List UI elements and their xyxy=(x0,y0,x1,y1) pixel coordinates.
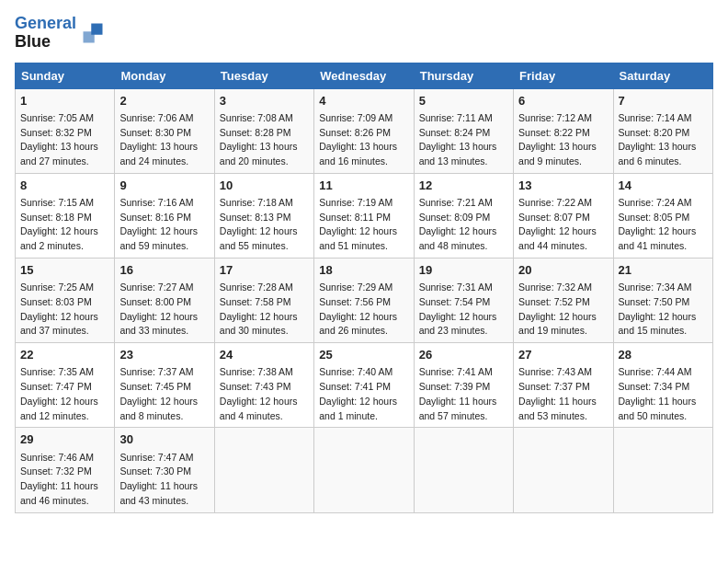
day-detail: Sunrise: 7:46 AMSunset: 7:32 PMDaylight:… xyxy=(20,452,98,506)
day-detail: Sunrise: 7:14 AMSunset: 8:20 PMDaylight:… xyxy=(619,112,697,167)
calendar-cell: 25Sunrise: 7:40 AMSunset: 7:41 PMDayligh… xyxy=(314,343,414,428)
calendar-cell: 2Sunrise: 7:06 AMSunset: 8:30 PMDaylight… xyxy=(115,88,214,173)
day-number: 9 xyxy=(119,178,209,194)
calendar-table: SundayMondayTuesdayWednesdayThursdayFrid… xyxy=(15,63,713,513)
day-detail: Sunrise: 7:11 AMSunset: 8:24 PMDaylight:… xyxy=(419,112,497,167)
weekday-header-monday: Monday xyxy=(115,63,214,88)
day-detail: Sunrise: 7:16 AMSunset: 8:16 PMDaylight:… xyxy=(119,197,198,251)
calendar-cell: 27Sunrise: 7:43 AMSunset: 7:37 PMDayligh… xyxy=(514,343,613,428)
day-detail: Sunrise: 7:12 AMSunset: 8:22 PMDaylight:… xyxy=(518,112,597,167)
day-detail: Sunrise: 7:24 AMSunset: 8:05 PMDaylight:… xyxy=(619,197,697,251)
calendar-cell: 29Sunrise: 7:46 AMSunset: 7:32 PMDayligh… xyxy=(16,428,115,512)
day-number: 2 xyxy=(119,93,209,109)
day-number: 22 xyxy=(20,347,109,363)
calendar-cell: 7Sunrise: 7:14 AMSunset: 8:20 PMDaylight… xyxy=(613,88,712,173)
day-detail: Sunrise: 7:47 AMSunset: 7:30 PMDaylight:… xyxy=(119,452,198,506)
calendar-cell xyxy=(214,428,313,512)
day-detail: Sunrise: 7:32 AMSunset: 7:52 PMDaylight:… xyxy=(518,282,597,336)
day-detail: Sunrise: 7:29 AMSunset: 7:56 PMDaylight:… xyxy=(319,282,397,336)
calendar-cell: 3Sunrise: 7:08 AMSunset: 8:28 PMDaylight… xyxy=(214,88,313,173)
calendar-cell: 8Sunrise: 7:15 AMSunset: 8:18 PMDaylight… xyxy=(16,173,115,258)
day-detail: Sunrise: 7:27 AMSunset: 8:00 PMDaylight:… xyxy=(119,282,198,336)
calendar-cell: 5Sunrise: 7:11 AMSunset: 8:24 PMDaylight… xyxy=(414,88,513,173)
weekday-header-friday: Friday xyxy=(514,63,613,88)
day-number: 7 xyxy=(619,93,708,109)
calendar-cell: 14Sunrise: 7:24 AMSunset: 8:05 PMDayligh… xyxy=(613,173,712,258)
day-number: 10 xyxy=(220,178,309,194)
weekday-header-wednesday: Wednesday xyxy=(314,63,414,88)
day-detail: Sunrise: 7:40 AMSunset: 7:41 PMDaylight:… xyxy=(319,366,397,420)
calendar-cell: 16Sunrise: 7:27 AMSunset: 8:00 PMDayligh… xyxy=(115,258,214,342)
day-detail: Sunrise: 7:44 AMSunset: 7:34 PMDaylight:… xyxy=(619,366,697,420)
calendar-cell: 10Sunrise: 7:18 AMSunset: 8:13 PMDayligh… xyxy=(214,173,313,258)
day-number: 11 xyxy=(319,178,408,194)
day-number: 6 xyxy=(518,93,608,109)
day-number: 28 xyxy=(619,347,708,363)
calendar-cell: 11Sunrise: 7:19 AMSunset: 8:11 PMDayligh… xyxy=(314,173,414,258)
day-detail: Sunrise: 7:18 AMSunset: 8:13 PMDaylight:… xyxy=(220,197,298,251)
calendar-cell: 21Sunrise: 7:34 AMSunset: 7:50 PMDayligh… xyxy=(613,258,712,342)
svg-marker-1 xyxy=(84,31,95,42)
calendar-cell xyxy=(613,428,712,512)
day-detail: Sunrise: 7:41 AMSunset: 7:39 PMDaylight:… xyxy=(419,366,497,420)
calendar-cell: 15Sunrise: 7:25 AMSunset: 8:03 PMDayligh… xyxy=(16,258,115,342)
day-detail: Sunrise: 7:19 AMSunset: 8:11 PMDaylight:… xyxy=(319,197,397,251)
day-number: 23 xyxy=(119,347,209,363)
calendar-cell: 4Sunrise: 7:09 AMSunset: 8:26 PMDaylight… xyxy=(314,88,414,173)
day-detail: Sunrise: 7:08 AMSunset: 8:28 PMDaylight:… xyxy=(220,112,298,167)
calendar-week-1: 1Sunrise: 7:05 AMSunset: 8:32 PMDaylight… xyxy=(16,88,713,173)
weekday-header-sunday: Sunday xyxy=(16,63,115,88)
day-number: 3 xyxy=(220,93,309,109)
weekday-header-tuesday: Tuesday xyxy=(214,63,313,88)
day-number: 18 xyxy=(319,262,408,279)
calendar-cell: 24Sunrise: 7:38 AMSunset: 7:43 PMDayligh… xyxy=(214,343,313,428)
day-number: 24 xyxy=(220,347,309,363)
calendar-cell: 18Sunrise: 7:29 AMSunset: 7:56 PMDayligh… xyxy=(314,258,414,342)
calendar-cell: 1Sunrise: 7:05 AMSunset: 8:32 PMDaylight… xyxy=(16,88,115,173)
day-number: 26 xyxy=(419,347,508,363)
day-number: 25 xyxy=(319,347,408,363)
day-detail: Sunrise: 7:43 AMSunset: 7:37 PMDaylight:… xyxy=(518,366,597,420)
day-detail: Sunrise: 7:05 AMSunset: 8:32 PMDaylight:… xyxy=(20,112,98,167)
day-detail: Sunrise: 7:21 AMSunset: 8:09 PMDaylight:… xyxy=(419,197,497,251)
day-detail: Sunrise: 7:06 AMSunset: 8:30 PMDaylight:… xyxy=(119,112,198,167)
day-detail: Sunrise: 7:25 AMSunset: 8:03 PMDaylight:… xyxy=(20,282,98,336)
calendar-cell: 20Sunrise: 7:32 AMSunset: 7:52 PMDayligh… xyxy=(514,258,613,342)
day-number: 29 xyxy=(20,431,109,448)
calendar-week-4: 22Sunrise: 7:35 AMSunset: 7:47 PMDayligh… xyxy=(16,343,713,428)
day-number: 8 xyxy=(20,178,109,194)
day-number: 5 xyxy=(419,93,508,109)
day-number: 16 xyxy=(119,262,209,279)
calendar-cell xyxy=(414,428,513,512)
day-detail: Sunrise: 7:22 AMSunset: 8:07 PMDaylight:… xyxy=(518,197,597,251)
day-detail: Sunrise: 7:34 AMSunset: 7:50 PMDaylight:… xyxy=(619,282,697,336)
calendar-cell: 12Sunrise: 7:21 AMSunset: 8:09 PMDayligh… xyxy=(414,173,513,258)
day-number: 17 xyxy=(220,262,309,279)
calendar-cell: 9Sunrise: 7:16 AMSunset: 8:16 PMDaylight… xyxy=(115,173,214,258)
day-number: 30 xyxy=(119,431,209,448)
day-number: 27 xyxy=(518,347,608,363)
day-number: 20 xyxy=(518,262,608,279)
page-header: General Blue xyxy=(15,15,713,52)
day-detail: Sunrise: 7:38 AMSunset: 7:43 PMDaylight:… xyxy=(220,366,298,420)
calendar-cell: 17Sunrise: 7:28 AMSunset: 7:58 PMDayligh… xyxy=(214,258,313,342)
logo-icon xyxy=(80,20,106,46)
day-number: 13 xyxy=(518,178,608,194)
day-number: 12 xyxy=(419,178,508,194)
calendar-week-2: 8Sunrise: 7:15 AMSunset: 8:18 PMDaylight… xyxy=(16,173,713,258)
day-number: 15 xyxy=(20,262,109,279)
calendar-cell: 30Sunrise: 7:47 AMSunset: 7:30 PMDayligh… xyxy=(115,428,214,512)
day-number: 21 xyxy=(619,262,708,279)
day-detail: Sunrise: 7:37 AMSunset: 7:45 PMDaylight:… xyxy=(119,366,198,420)
logo: General Blue xyxy=(15,15,106,52)
day-number: 14 xyxy=(619,178,708,194)
day-number: 19 xyxy=(419,262,508,279)
calendar-cell: 22Sunrise: 7:35 AMSunset: 7:47 PMDayligh… xyxy=(16,343,115,428)
calendar-cell: 23Sunrise: 7:37 AMSunset: 7:45 PMDayligh… xyxy=(115,343,214,428)
day-detail: Sunrise: 7:35 AMSunset: 7:47 PMDaylight:… xyxy=(20,366,98,420)
day-number: 1 xyxy=(20,93,109,109)
calendar-week-3: 15Sunrise: 7:25 AMSunset: 8:03 PMDayligh… xyxy=(16,258,713,342)
day-detail: Sunrise: 7:15 AMSunset: 8:18 PMDaylight:… xyxy=(20,197,98,251)
calendar-cell: 13Sunrise: 7:22 AMSunset: 8:07 PMDayligh… xyxy=(514,173,613,258)
calendar-cell: 26Sunrise: 7:41 AMSunset: 7:39 PMDayligh… xyxy=(414,343,513,428)
